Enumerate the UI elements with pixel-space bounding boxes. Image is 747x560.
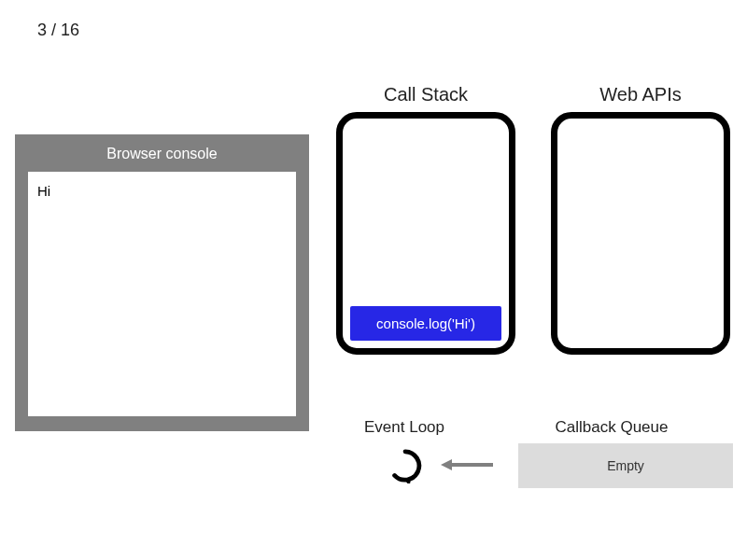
callback-queue-empty-label: Empty	[607, 458, 644, 473]
callstack-frame: console.log('Hi')	[350, 306, 501, 341]
event-loop-icon	[388, 448, 423, 483]
callback-queue-heading: Callback Queue	[532, 418, 691, 437]
eventloop-heading: Event Loop	[353, 418, 456, 437]
browser-console-output: Hi	[28, 172, 296, 416]
callback-queue-box: Empty	[518, 443, 733, 488]
webapis-box	[551, 112, 730, 355]
callstack-box: console.log('Hi')	[336, 112, 515, 355]
arrow-left-icon	[439, 457, 495, 472]
console-line: Hi	[37, 183, 287, 199]
svg-marker-2	[441, 459, 452, 470]
browser-console-title: Browser console	[15, 134, 309, 172]
webapis-heading: Web APIs	[551, 84, 730, 105]
browser-console-panel: Browser console Hi	[15, 134, 309, 431]
step-indicator: 3 / 16	[37, 21, 79, 40]
callstack-heading: Call Stack	[336, 84, 515, 105]
